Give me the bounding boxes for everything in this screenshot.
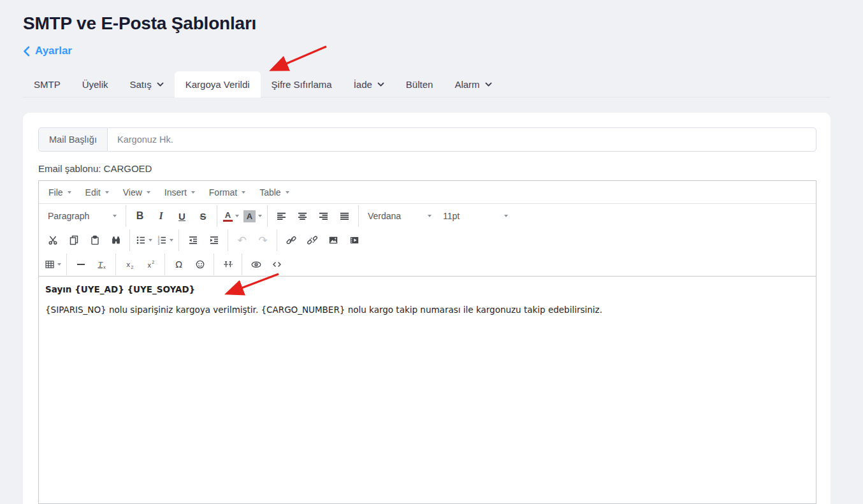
- horizontal-rule-icon: [76, 259, 86, 270]
- align-justify-icon: [339, 211, 350, 221]
- toolbar-separator: [115, 254, 116, 275]
- text-color-button[interactable]: A: [221, 206, 242, 226]
- toolbar-separator: [129, 229, 130, 251]
- remove-link-button[interactable]: [301, 231, 323, 250]
- tab-iade[interactable]: İade: [343, 71, 395, 97]
- copy-icon: [69, 235, 79, 245]
- menu-format[interactable]: Format: [203, 183, 251, 202]
- underline-button[interactable]: U: [171, 206, 192, 226]
- horizontal-rule-button[interactable]: [70, 255, 91, 274]
- tab-sifre-sifirlama[interactable]: Şifre Sıfırlama: [261, 71, 343, 97]
- toolbar-separator: [178, 229, 179, 251]
- caret-down-icon: [147, 191, 150, 194]
- rich-text-editor: File Edit View Insert Format Table Parag…: [38, 180, 816, 504]
- menu-table[interactable]: Table: [254, 183, 294, 202]
- menu-edit[interactable]: Edit: [80, 183, 115, 202]
- paste-button[interactable]: [84, 231, 105, 250]
- subscript-button[interactable]: x2: [119, 255, 140, 274]
- svg-text:x: x: [126, 260, 130, 268]
- tab-alarm[interactable]: Alarm: [444, 71, 502, 97]
- bold-icon: B: [136, 210, 144, 222]
- undo-button[interactable]: ↶: [231, 231, 252, 250]
- special-character-button[interactable]: Ω: [168, 255, 189, 274]
- tab-smtp[interactable]: SMTP: [23, 71, 71, 97]
- menu-insert[interactable]: Insert: [159, 183, 201, 202]
- find-replace-button[interactable]: [105, 231, 126, 250]
- align-right-button[interactable]: [313, 206, 334, 226]
- svg-text:x: x: [147, 261, 151, 268]
- menu-view[interactable]: View: [117, 183, 156, 202]
- svg-text:2: 2: [131, 264, 133, 269]
- mail-subject-input[interactable]: [107, 127, 816, 152]
- template-greeting-line: Sayın {UYE_AD} {UYE_SOYAD}: [45, 284, 809, 294]
- page-title: SMTP ve E-Posta Şablonları: [23, 13, 256, 34]
- insert-link-button[interactable]: [280, 231, 301, 250]
- emoticons-button[interactable]: [189, 255, 210, 274]
- svg-text:Ω: Ω: [175, 259, 182, 270]
- toolbar-separator: [214, 254, 214, 275]
- bold-button[interactable]: B: [129, 206, 150, 226]
- editor-toolbar-row-3: Tx x2 x2 Ω: [39, 252, 816, 277]
- back-link-ayarlar[interactable]: Ayarlar: [23, 45, 72, 57]
- back-link-label: Ayarlar: [35, 45, 72, 57]
- caret-down-icon: [286, 191, 289, 194]
- bullet-list-button[interactable]: [133, 231, 154, 250]
- strikethrough-icon: S: [199, 211, 206, 222]
- outdent-button[interactable]: [182, 231, 203, 250]
- mail-subject-group: Mail Başlığı: [38, 127, 816, 152]
- template-tabbar: SMTP Üyelik Satış Kargoya Verildi Şifre …: [23, 71, 503, 97]
- align-center-icon: [297, 211, 308, 221]
- caret-down-icon: [235, 215, 239, 217]
- superscript-button[interactable]: x2: [140, 255, 161, 274]
- toolbar-separator: [267, 205, 268, 227]
- undo-icon: ↶: [237, 235, 246, 246]
- toolbar-separator: [217, 205, 217, 227]
- tab-kargoya-verildi[interactable]: Kargoya Verildi: [175, 71, 261, 97]
- caret-down-icon: [258, 215, 262, 217]
- insert-media-button[interactable]: [344, 231, 365, 250]
- mail-subject-label: Mail Başlığı: [38, 127, 107, 152]
- media-icon: [349, 235, 359, 245]
- source-code-button[interactable]: [266, 255, 287, 274]
- caret-down-icon: [191, 191, 195, 194]
- preview-button[interactable]: [245, 255, 266, 274]
- caret-down-icon: [242, 191, 245, 194]
- table-button[interactable]: [42, 255, 63, 274]
- format-select[interactable]: Paragraph: [42, 206, 122, 226]
- italic-icon: I: [159, 210, 163, 222]
- page-break-button[interactable]: [217, 255, 238, 274]
- binoculars-icon: [111, 235, 121, 245]
- subscript-icon: x2: [125, 259, 135, 270]
- page-break-icon: [223, 259, 233, 270]
- unlink-icon: [307, 235, 317, 245]
- align-left-icon: [276, 211, 287, 221]
- indent-button[interactable]: [203, 231, 224, 250]
- align-center-button[interactable]: [292, 206, 313, 226]
- editor-content-area[interactable]: Sayın {UYE_AD} {UYE_SOYAD} {SIPARIS_NO} …: [39, 277, 816, 503]
- clear-formatting-button[interactable]: Tx: [91, 255, 112, 274]
- numbered-list-button[interactable]: 123: [154, 231, 175, 250]
- italic-button[interactable]: I: [150, 206, 171, 226]
- tab-satis[interactable]: Satış: [119, 71, 175, 97]
- redo-button[interactable]: ↷: [252, 231, 273, 250]
- table-icon: [45, 259, 55, 270]
- tab-uyelik[interactable]: Üyelik: [71, 71, 119, 97]
- menu-file[interactable]: File: [43, 183, 77, 202]
- cut-button[interactable]: [42, 231, 63, 250]
- align-right-icon: [318, 211, 329, 221]
- tab-bulten[interactable]: Bülten: [395, 71, 444, 97]
- image-icon: [328, 235, 338, 245]
- insert-image-button[interactable]: [323, 231, 344, 250]
- font-family-select[interactable]: Verdana: [362, 206, 437, 226]
- font-size-select[interactable]: 11pt: [437, 206, 514, 226]
- align-left-button[interactable]: [271, 206, 292, 226]
- toolbar-separator: [277, 229, 277, 251]
- strikethrough-button[interactable]: S: [192, 206, 214, 226]
- background-color-button[interactable]: A: [242, 206, 264, 226]
- copy-button[interactable]: [63, 231, 84, 250]
- svg-text:2: 2: [152, 260, 154, 264]
- caret-down-icon: [57, 263, 61, 266]
- caret-down-icon: [428, 215, 431, 217]
- eye-icon: [250, 259, 262, 270]
- align-justify-button[interactable]: [334, 206, 355, 226]
